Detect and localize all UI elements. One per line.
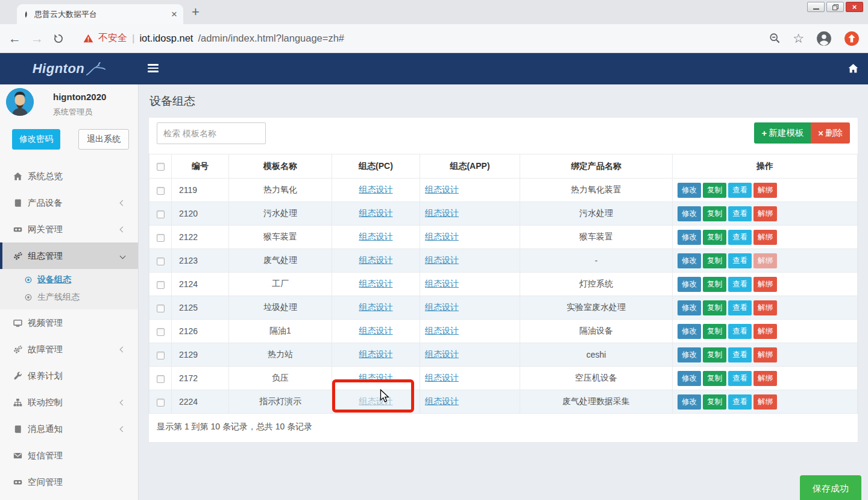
sidebar-item-组态管理[interactable]: 组态管理	[0, 242, 138, 269]
view-action-button[interactable]: 查看	[728, 253, 752, 268]
row-checkbox[interactable]	[157, 234, 165, 242]
edit-action-button[interactable]: 修改	[678, 324, 701, 339]
profile-icon[interactable]	[816, 31, 832, 46]
row-checkbox[interactable]	[157, 375, 165, 383]
row-checkbox[interactable]	[157, 305, 165, 312]
new-template-button[interactable]: +新建模板	[754, 122, 811, 144]
unbind-action-button[interactable]: 解绑	[753, 277, 777, 292]
reload-icon[interactable]	[53, 33, 64, 44]
sidebar-item-视频管理[interactable]: 视频管理	[0, 309, 138, 336]
copy-action-button[interactable]: 复制	[703, 371, 726, 386]
edit-action-button[interactable]: 修改	[678, 300, 701, 315]
row-checkbox[interactable]	[157, 258, 165, 265]
sidebar-subitem-设备组态[interactable]: 设备组态	[0, 271, 138, 288]
delete-button[interactable]: ×删除	[811, 122, 850, 144]
copy-action-button[interactable]: 复制	[703, 253, 726, 268]
copy-action-button[interactable]: 复制	[703, 300, 726, 315]
view-action-button[interactable]: 查看	[728, 277, 752, 292]
copy-action-button[interactable]: 复制	[703, 394, 726, 410]
row-checkbox[interactable]	[157, 352, 165, 359]
forward-icon[interactable]: →	[31, 32, 43, 45]
app-config-link[interactable]: 组态设计	[425, 326, 459, 335]
app-config-link[interactable]: 组态设计	[425, 302, 459, 312]
avatar[interactable]	[6, 88, 34, 116]
row-checkbox[interactable]	[157, 187, 165, 195]
copy-action-button[interactable]: 复制	[703, 230, 726, 245]
app-config-link[interactable]: 组态设计	[425, 185, 459, 194]
app-config-link[interactable]: 组态设计	[425, 208, 459, 218]
search-input[interactable]	[157, 122, 266, 144]
app-config-link[interactable]: 组态设计	[425, 232, 459, 241]
new-tab-icon[interactable]: +	[192, 5, 200, 19]
edit-action-button[interactable]: 修改	[678, 183, 701, 198]
close-window-button[interactable]: ×	[846, 2, 863, 12]
copy-action-button[interactable]: 复制	[703, 347, 726, 362]
minimize-window-button[interactable]	[807, 2, 825, 12]
view-action-button[interactable]: 查看	[728, 300, 752, 315]
sidebar-item-网关管理[interactable]: 网关管理	[0, 216, 138, 242]
zoom-out-icon[interactable]	[769, 33, 781, 44]
sidebar-item-短信管理[interactable]: 短信管理	[0, 442, 138, 469]
pc-config-link[interactable]: 组态设计	[359, 208, 393, 218]
sidebar-item-联动控制[interactable]: 联动控制	[0, 389, 138, 416]
pc-config-link[interactable]: 组态设计	[359, 279, 393, 288]
pc-config-link[interactable]: 组态设计	[359, 255, 393, 265]
sidebar-item-消息通知[interactable]: 消息通知	[0, 416, 138, 442]
app-config-link[interactable]: 组态设计	[425, 279, 459, 288]
unbind-action-button[interactable]: 解绑	[753, 347, 777, 362]
row-checkbox[interactable]	[157, 328, 165, 336]
app-config-link[interactable]: 组态设计	[425, 349, 459, 359]
unbind-action-button[interactable]: 解绑	[753, 183, 777, 198]
view-action-button[interactable]: 查看	[728, 206, 752, 221]
copy-action-button[interactable]: 复制	[703, 183, 726, 198]
sidebar-item-产品设备[interactable]: 产品设备	[0, 189, 138, 216]
view-action-button[interactable]: 查看	[728, 371, 752, 386]
edit-action-button[interactable]: 修改	[678, 253, 701, 268]
edit-action-button[interactable]: 修改	[678, 277, 701, 292]
change-password-button[interactable]: 修改密码	[12, 129, 60, 150]
app-logo[interactable]: Hignton	[0, 53, 139, 84]
url-field[interactable]: 不安全 | iot.idosp.net/admin/index.html?lan…	[74, 32, 760, 45]
view-action-button[interactable]: 查看	[728, 347, 752, 362]
sidebar-subitem-生产线组态[interactable]: 生产线组态	[0, 288, 138, 306]
home-icon[interactable]	[848, 63, 858, 74]
browser-update-icon[interactable]	[844, 31, 860, 46]
row-checkbox[interactable]	[157, 281, 165, 289]
sidebar-item-空间管理[interactable]: 空间管理	[0, 469, 138, 495]
sidebar-item-故障管理[interactable]: 故障管理	[0, 336, 138, 362]
pc-config-link[interactable]: 组态设计	[359, 232, 393, 241]
view-action-button[interactable]: 查看	[728, 324, 752, 339]
pc-config-link[interactable]: 组态设计	[359, 326, 393, 335]
unbind-action-button[interactable]: 解绑	[753, 253, 777, 268]
pc-config-link[interactable]: 组态设计	[359, 185, 393, 194]
unbind-action-button[interactable]: 解绑	[753, 230, 777, 245]
edit-action-button[interactable]: 修改	[678, 347, 701, 362]
edit-action-button[interactable]: 修改	[678, 230, 701, 245]
row-checkbox[interactable]	[157, 399, 165, 407]
copy-action-button[interactable]: 复制	[703, 206, 726, 221]
edit-action-button[interactable]: 修改	[678, 371, 701, 386]
unbind-action-button[interactable]: 解绑	[753, 206, 777, 221]
row-checkbox[interactable]	[157, 210, 165, 218]
edit-action-button[interactable]: 修改	[678, 206, 701, 221]
bookmark-star-icon[interactable]: ☆	[793, 31, 804, 46]
copy-action-button[interactable]: 复制	[703, 277, 726, 292]
edit-action-button[interactable]: 修改	[678, 394, 701, 410]
copy-action-button[interactable]: 复制	[703, 324, 726, 339]
app-config-link[interactable]: 组态设计	[425, 373, 459, 382]
pc-config-link[interactable]: 组态设计	[359, 302, 393, 312]
app-config-link[interactable]: 组态设计	[425, 255, 459, 265]
select-all-checkbox[interactable]	[157, 163, 165, 171]
logout-button[interactable]: 退出系统	[78, 129, 129, 150]
sidebar-item-保养计划[interactable]: 保养计划	[0, 362, 138, 389]
sidebar-toggle-icon[interactable]	[148, 64, 159, 74]
unbind-action-button[interactable]: 解绑	[753, 324, 777, 339]
restore-window-button[interactable]	[826, 2, 844, 12]
sidebar-item-系统总览[interactable]: 系统总览	[0, 163, 138, 189]
view-action-button[interactable]: 查看	[728, 183, 752, 198]
back-icon[interactable]: ←	[8, 32, 21, 45]
unbind-action-button[interactable]: 解绑	[753, 394, 777, 410]
app-config-link[interactable]: 组态设计	[425, 396, 459, 406]
view-action-button[interactable]: 查看	[728, 230, 752, 245]
unbind-action-button[interactable]: 解绑	[753, 371, 777, 386]
